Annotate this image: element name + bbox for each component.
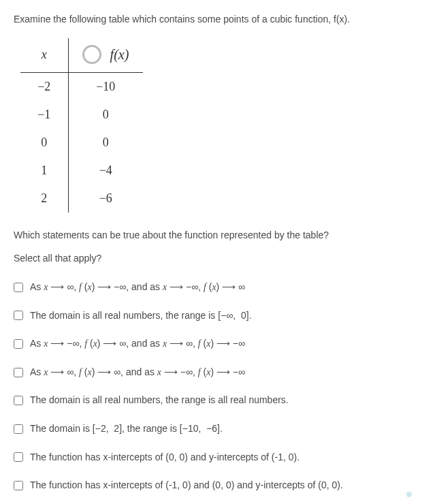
option-label: As x ⟶ −∞, f (x) ⟶ ∞, and as x ⟶ ∞, f (x… (30, 337, 245, 351)
cell-x: −1 (20, 101, 68, 129)
table-row: −2 −10 (20, 73, 143, 101)
data-table: x f(x) −2 −10 −1 0 0 0 1 −4 (20, 38, 143, 212)
cell-x: 2 (20, 185, 68, 212)
option-item: The domain is all real numbers, the rang… (14, 394, 408, 407)
data-table-container: x f(x) −2 −10 −1 0 0 0 1 −4 (20, 38, 408, 212)
option-label: As x ⟶ ∞, f (x) ⟶ −∞, and as x ⟶ −∞, f (… (30, 281, 245, 294)
cell-fx: −4 (68, 157, 143, 185)
cell-fx: −10 (68, 73, 143, 101)
option-label: The domain is [−2, 2], the range is [−10… (30, 422, 223, 436)
option-item: The function has x-intercepts of (0, 0) … (14, 451, 408, 464)
table-header-x: x (20, 38, 68, 73)
option-label: The domain is all real numbers, the rang… (30, 309, 252, 323)
options-list: As x ⟶ ∞, f (x) ⟶ −∞, and as x ⟶ −∞, f (… (14, 281, 408, 492)
option-checkbox-4[interactable] (14, 368, 23, 377)
option-checkbox-5[interactable] (14, 396, 23, 405)
intro-text: Examine the following table which contai… (14, 14, 408, 25)
option-checkbox-3[interactable] (14, 339, 23, 349)
option-checkbox-1[interactable] (14, 283, 23, 292)
option-item: The domain is [−2, 2], the range is [−10… (14, 422, 408, 436)
table-row: −1 0 (20, 101, 143, 129)
select-prompt: Select all that apply? (14, 253, 408, 264)
option-label: As x ⟶ ∞, f (x) ⟶ ∞, and as x ⟶ −∞, f (x… (30, 366, 245, 379)
cell-x: −2 (20, 73, 68, 101)
option-checkbox-6[interactable] (14, 424, 23, 434)
question-text: Which statements can be true about the f… (14, 230, 408, 240)
option-checkbox-7[interactable] (14, 452, 23, 462)
option-label: The domain is all real numbers, the rang… (30, 394, 289, 407)
table-row: 1 −4 (20, 157, 143, 185)
cell-fx: 0 (68, 101, 143, 129)
option-item: As x ⟶ −∞, f (x) ⟶ ∞, and as x ⟶ ∞, f (x… (14, 337, 408, 351)
option-checkbox-8[interactable] (14, 481, 23, 490)
option-label: The function has x-intercepts of (-1, 0)… (30, 479, 343, 492)
help-icon[interactable] (406, 492, 412, 497)
option-checkbox-2[interactable] (14, 311, 23, 320)
table-row: 0 0 (20, 129, 143, 157)
option-item: The function has x-intercepts of (-1, 0)… (14, 479, 408, 492)
cell-fx: −6 (68, 185, 143, 212)
option-item: As x ⟶ ∞, f (x) ⟶ −∞, and as x ⟶ −∞, f (… (14, 281, 408, 294)
cell-fx: 0 (68, 129, 143, 157)
table-row: 2 −6 (20, 185, 143, 212)
fx-label: f(x) (110, 47, 129, 62)
option-item: As x ⟶ ∞, f (x) ⟶ ∞, and as x ⟶ −∞, f (x… (14, 366, 408, 379)
cell-x: 1 (20, 157, 68, 185)
circle-icon (82, 45, 101, 64)
option-item: The domain is all real numbers, the rang… (14, 309, 408, 323)
table-header-fx: f(x) (68, 38, 143, 73)
cell-x: 0 (20, 129, 68, 157)
option-label: The function has x-intercepts of (0, 0) … (30, 451, 299, 464)
